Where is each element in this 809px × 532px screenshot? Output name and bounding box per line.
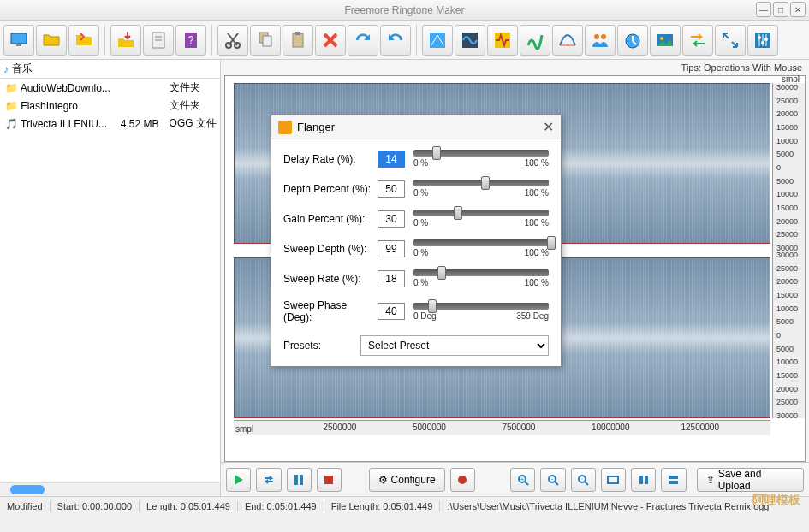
svg-point-32 bbox=[458, 476, 467, 484]
monitor-icon[interactable] bbox=[3, 25, 34, 56]
pause-button[interactable] bbox=[287, 468, 312, 492]
svg-rect-31 bbox=[324, 476, 333, 484]
zoom-out-button[interactable]: - bbox=[540, 468, 565, 492]
loop-button[interactable] bbox=[256, 468, 281, 492]
presets-select[interactable]: Select Preset bbox=[360, 335, 549, 356]
svg-line-37 bbox=[555, 482, 558, 485]
delete-icon[interactable] bbox=[315, 25, 346, 56]
status-path: :\Users\User\Music\Trivecta ILLENIUM Nev… bbox=[440, 501, 809, 511]
zoom-in-button[interactable]: + bbox=[510, 468, 535, 492]
param-input[interactable] bbox=[378, 270, 405, 287]
effect2-icon[interactable] bbox=[455, 25, 485, 56]
param-label: Gain Percent (%): bbox=[283, 213, 378, 225]
svg-point-26 bbox=[758, 36, 761, 39]
effect5-icon[interactable] bbox=[552, 25, 583, 56]
effect3-icon[interactable] bbox=[487, 25, 518, 56]
time-ruler: 2500000500000075000001000000012500000 bbox=[234, 420, 770, 435]
users-icon[interactable] bbox=[585, 25, 616, 56]
svg-rect-29 bbox=[294, 475, 298, 485]
view1-button[interactable] bbox=[631, 468, 656, 492]
record-button[interactable] bbox=[450, 468, 475, 492]
param-row: Sweep Phase (Deg): 0 Deg359 Deg bbox=[283, 299, 549, 323]
file-icon: 🎵 bbox=[5, 118, 18, 130]
param-slider[interactable] bbox=[413, 239, 549, 246]
cut-icon[interactable] bbox=[217, 25, 248, 56]
effect1-icon[interactable] bbox=[422, 25, 453, 56]
convert-icon[interactable] bbox=[682, 25, 713, 56]
param-input[interactable] bbox=[378, 210, 405, 228]
dialog-icon bbox=[278, 121, 292, 134]
maximize-button[interactable]: □ bbox=[773, 2, 788, 17]
status-end: End: 0:05:01.449 bbox=[238, 501, 324, 511]
titlebar: Freemore Ringtone Maker — □ ✕ bbox=[0, 0, 809, 21]
stop-button[interactable] bbox=[317, 468, 342, 492]
main-toolbar: ? bbox=[0, 21, 809, 60]
file-row[interactable]: 📁 AudioWebDownlo...文件夹 bbox=[0, 79, 220, 97]
image-icon[interactable] bbox=[650, 25, 681, 56]
svg-rect-30 bbox=[300, 475, 303, 485]
svg-text:?: ? bbox=[188, 34, 194, 46]
transport-bar: ⚙Configure + - ⇪Save and Upload bbox=[221, 462, 809, 496]
effect4-icon[interactable] bbox=[520, 25, 550, 56]
amplitude-ruler: 3000025000200001500010000500005000100001… bbox=[772, 83, 805, 418]
svg-rect-10 bbox=[263, 36, 271, 46]
svg-text:-: - bbox=[551, 475, 554, 482]
presets-label: Presets: bbox=[283, 340, 360, 352]
param-slider[interactable] bbox=[413, 303, 549, 310]
svg-rect-41 bbox=[608, 476, 618, 483]
redo-icon[interactable] bbox=[380, 25, 411, 56]
open-audio-icon[interactable] bbox=[68, 25, 99, 56]
param-row: Delay Rate (%): 0 %100 % bbox=[283, 150, 549, 168]
statusbar: Modified Start: 0:00:00.000 Length: 0:05… bbox=[0, 496, 809, 515]
dialog-title: Flanger bbox=[297, 121, 335, 133]
app-title: Freemore Ringtone Maker bbox=[344, 4, 464, 16]
file-browser: ♪ 音乐 📁 AudioWebDownlo...文件夹📁 FlashIntegr… bbox=[0, 60, 221, 496]
file-row[interactable]: 🎵 Trivecta ILLENIU...4.52 MBOGG 文件 bbox=[0, 115, 220, 133]
svg-point-27 bbox=[761, 41, 764, 44]
status-modified: Modified bbox=[0, 501, 51, 511]
svg-line-40 bbox=[585, 482, 588, 485]
svg-text:+: + bbox=[520, 476, 524, 483]
configure-button[interactable]: ⚙Configure bbox=[369, 468, 445, 492]
svg-rect-11 bbox=[293, 33, 303, 47]
param-input[interactable] bbox=[378, 240, 405, 257]
play-button[interactable] bbox=[226, 468, 251, 492]
zoom-selection-button[interactable] bbox=[601, 468, 626, 492]
undo-icon[interactable] bbox=[348, 25, 378, 56]
folder-icon: 📁 bbox=[5, 100, 18, 112]
timer-icon[interactable] bbox=[617, 25, 648, 56]
param-row: Sweep Rate (%): 0 %100 % bbox=[283, 269, 549, 287]
save-upload-button[interactable]: ⇪Save and Upload bbox=[697, 468, 804, 492]
copy-icon[interactable] bbox=[250, 25, 281, 56]
zoom-fit-button[interactable] bbox=[571, 468, 596, 492]
view2-button[interactable] bbox=[661, 468, 686, 492]
param-slider[interactable] bbox=[413, 150, 549, 157]
help-icon[interactable]: ? bbox=[175, 25, 206, 56]
breadcrumb[interactable]: ♪ 音乐 bbox=[0, 60, 220, 79]
param-slider[interactable] bbox=[413, 269, 549, 276]
flanger-dialog: Flanger ✕ Delay Rate (%): 0 %100 % Depth… bbox=[271, 115, 562, 367]
param-slider[interactable] bbox=[413, 210, 549, 216]
dialog-close-button[interactable]: ✕ bbox=[543, 119, 554, 135]
open-folder-icon[interactable] bbox=[36, 25, 67, 56]
close-button[interactable]: ✕ bbox=[790, 2, 806, 17]
document-icon[interactable] bbox=[143, 25, 174, 56]
param-label: Sweep Rate (%): bbox=[283, 273, 378, 285]
param-label: Sweep Depth (%): bbox=[283, 243, 378, 255]
export-icon[interactable] bbox=[110, 25, 141, 56]
minimize-button[interactable]: — bbox=[756, 2, 771, 17]
svg-point-39 bbox=[579, 476, 586, 482]
status-file-length: File Length: 0:05:01.449 bbox=[324, 501, 441, 511]
param-label: Depth Percent (%): bbox=[283, 183, 378, 195]
param-input[interactable] bbox=[378, 303, 405, 320]
equalizer-icon[interactable] bbox=[747, 25, 778, 56]
param-input[interactable] bbox=[378, 151, 405, 168]
expand-icon[interactable] bbox=[715, 25, 746, 56]
file-row[interactable]: 📁 FlashIntegro文件夹 bbox=[0, 97, 220, 115]
param-slider[interactable] bbox=[413, 180, 549, 186]
param-input[interactable] bbox=[378, 180, 405, 198]
svg-rect-1 bbox=[16, 44, 21, 46]
sidebar-scrollbar[interactable] bbox=[0, 482, 220, 496]
paste-icon[interactable] bbox=[283, 25, 313, 56]
gear-icon: ⚙ bbox=[378, 474, 388, 486]
